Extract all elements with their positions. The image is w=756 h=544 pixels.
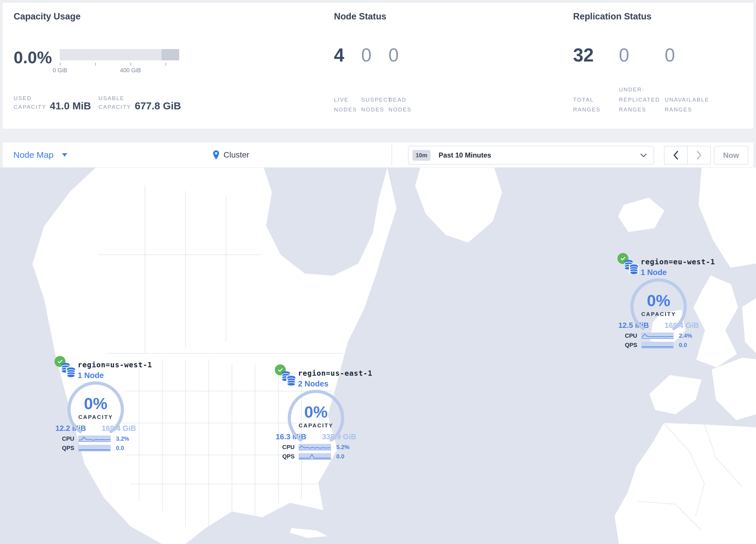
capacity-usage-section: Capacity Usage 0.0% 0 GiB 400 GiB xyxy=(14,3,321,129)
time-range-badge: 10m xyxy=(412,150,430,161)
chevron-right-icon xyxy=(697,151,702,159)
view-selector-label: Node Map xyxy=(13,150,53,160)
database-stack-icon xyxy=(281,370,297,387)
time-range-dropdown[interactable]: 10m Past 10 Minutes xyxy=(408,146,654,164)
capacity-bar-axis xyxy=(60,63,179,66)
total-ranges-label: TOTAL RANGES xyxy=(573,95,601,115)
live-nodes-label: LIVE NODES xyxy=(334,95,357,115)
gauge-percent: 0% xyxy=(304,404,328,420)
axis-tick xyxy=(60,63,61,66)
axis-tick xyxy=(95,63,96,66)
node-map[interactable]: region=us-west-1 1 Node 0% CAPACITY 12.2… xyxy=(0,168,756,544)
axis-tick xyxy=(130,63,131,66)
breadcrumb[interactable]: Cluster xyxy=(212,142,249,167)
under-replicated-ranges-label: UNDER- REPLICATED RANGES xyxy=(619,85,660,115)
previous-time-window-button[interactable] xyxy=(664,146,688,164)
section-title-node-status: Node Status xyxy=(334,11,386,22)
capacity-gauge: 0% CAPACITY xyxy=(630,278,687,336)
unavailable-ranges-count: 0 xyxy=(665,46,710,64)
time-range-label: Past 10 Minutes xyxy=(439,151,491,159)
cluster-summary-card: Capacity Usage 0.0% 0 GiB 400 GiB xyxy=(2,2,754,129)
qps-metric-label: QPS xyxy=(60,445,74,452)
capacity-bar-reserved-segment xyxy=(161,49,179,60)
replication-status-section: Replication Status 32 TOTAL RANGES 0 UND… xyxy=(573,3,750,129)
qps-sparkline xyxy=(78,445,111,451)
live-nodes-stat: 4 LIVE NODES xyxy=(334,46,361,115)
qps-metric-label: QPS xyxy=(623,342,637,349)
capacity-percent-value: 0.0% xyxy=(14,49,49,75)
under-replicated-ranges-stat: 0 UNDER- REPLICATED RANGES xyxy=(619,46,665,115)
time-window-nav xyxy=(664,146,711,164)
region-node-count[interactable]: 2 Nodes xyxy=(298,380,372,389)
dead-nodes-label: DEAD NODES xyxy=(388,95,412,115)
next-time-window-button[interactable] xyxy=(688,146,710,164)
section-title-replication: Replication Status xyxy=(573,11,651,22)
total-ranges-count: 32 xyxy=(573,46,619,64)
toolbar-divider xyxy=(392,144,392,166)
region-name: region=us-west-1 xyxy=(78,361,152,369)
breadcrumb-label: Cluster xyxy=(223,150,249,159)
section-title-capacity: Capacity Usage xyxy=(14,11,81,22)
capacity-gauge: 0% CAPACITY xyxy=(67,381,124,438)
unavailable-ranges-label: UNAVAILABLE RANGES xyxy=(665,95,709,115)
usable-capacity-stat: USABLE CAPACITY 677.8 GiB xyxy=(99,94,181,112)
under-replicated-ranges-count: 0 xyxy=(619,46,665,64)
usable-capacity-value: 677.8 GiB xyxy=(135,101,181,112)
axis-tick xyxy=(166,63,166,66)
chevron-down-icon xyxy=(640,153,647,157)
region-node-count[interactable]: 1 Node xyxy=(78,371,152,380)
capacity-bar-chart: 0 GiB 400 GiB xyxy=(60,49,179,75)
capacity-axis-labels: 0 GiB 400 GiB xyxy=(60,67,179,75)
live-nodes-count: 4 xyxy=(334,46,361,64)
gauge-percent: 0% xyxy=(84,396,108,412)
dead-nodes-stat: 0 DEAD NODES xyxy=(388,46,416,115)
capacity-gauge: 0% CAPACITY xyxy=(287,389,345,447)
axis-tick-label: 0 GiB xyxy=(53,67,67,74)
gauge-caption: CAPACITY xyxy=(299,423,333,429)
capacity-bar xyxy=(60,49,179,60)
qps-metric-value: 0.0 xyxy=(679,342,687,349)
map-toolbar: Node Map Cluster 10m Past 10 Minutes Now xyxy=(2,142,754,168)
qps-sparkline xyxy=(299,453,331,460)
qps-metric-value: 0.0 xyxy=(336,453,344,460)
qps-sparkline xyxy=(641,342,674,348)
location-pin-icon xyxy=(212,150,220,160)
gauge-caption: CAPACITY xyxy=(641,311,676,318)
region-marker-us-west-1[interactable]: region=us-west-1 1 Node 0% CAPACITY 12.2… xyxy=(52,356,139,452)
usable-capacity-label: USABLE CAPACITY xyxy=(99,94,131,112)
region-marker-us-east-1[interactable]: region=us-east-1 2 Nodes 0% CAPACITY 16.… xyxy=(272,365,359,460)
total-ranges-stat: 32 TOTAL RANGES xyxy=(573,46,619,115)
gauge-percent: 0% xyxy=(647,293,670,309)
qps-metric-value: 0.0 xyxy=(116,445,124,452)
region-marker-eu-west-1[interactable]: region=eu-west-1 1 Node 0% CAPACITY 12.5… xyxy=(615,253,702,349)
database-stack-icon xyxy=(60,362,77,378)
used-capacity-value: 41.0 MiB xyxy=(50,101,91,112)
unavailable-ranges-stat: 0 UNAVAILABLE RANGES xyxy=(665,46,710,115)
caret-down-icon xyxy=(62,153,67,157)
dead-nodes-count: 0 xyxy=(388,46,416,64)
axis-tick-label: 400 GiB xyxy=(120,67,141,74)
database-stack-icon xyxy=(623,259,639,275)
chevron-left-icon xyxy=(673,151,678,159)
region-name: region=us-east-1 xyxy=(298,369,372,378)
qps-metric-label: QPS xyxy=(281,453,295,460)
now-button[interactable]: Now xyxy=(714,146,748,164)
suspect-nodes-count: 0 xyxy=(361,46,388,64)
node-status-section: Node Status 4 LIVE NODES 0 SUSPECT NODES… xyxy=(334,3,560,129)
used-capacity-label: USED CAPACITY xyxy=(14,94,46,112)
suspect-nodes-stat: 0 SUSPECT NODES xyxy=(361,46,388,115)
used-capacity-stat: USED CAPACITY 41.0 MiB xyxy=(14,94,91,112)
region-name: region=eu-west-1 xyxy=(641,257,715,266)
gauge-caption: CAPACITY xyxy=(78,414,113,420)
view-selector-dropdown[interactable]: Node Map xyxy=(13,142,67,167)
suspect-nodes-label: SUSPECT NODES xyxy=(361,95,392,115)
region-node-count[interactable]: 1 Node xyxy=(641,268,715,277)
